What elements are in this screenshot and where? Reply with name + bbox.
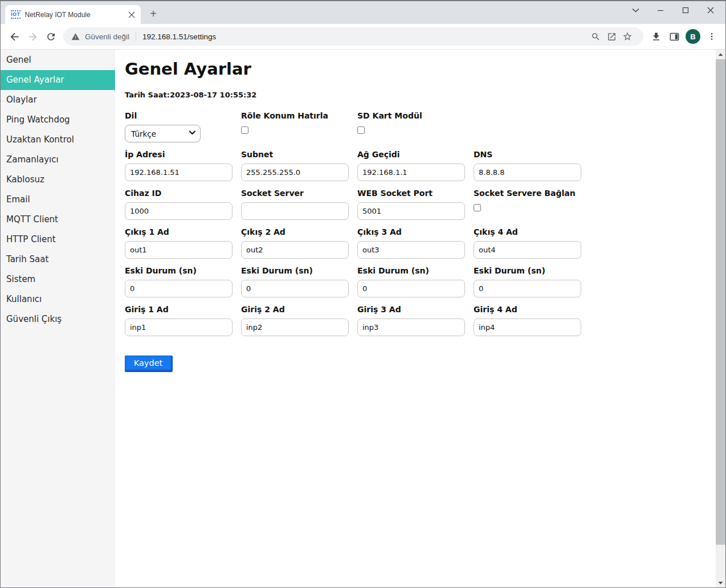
settings-form: Dil Türkçe Röle Konum Hatırla SD bbox=[125, 111, 716, 372]
cikis1-input[interactable] bbox=[125, 241, 233, 259]
reload-icon[interactable] bbox=[42, 27, 60, 46]
sidebar-item-olaylar[interactable]: Olaylar bbox=[1, 90, 115, 110]
sidebar-item-zamanlayici[interactable]: Zamanlayıcı bbox=[1, 150, 115, 170]
field-role-konum-hatirla: Röle Konum Hatırla bbox=[241, 111, 357, 142]
cikis2-input[interactable] bbox=[241, 241, 349, 259]
tab-strip: IOT NetRelay IOT Module + bbox=[1, 1, 725, 24]
field-web-socket-port: WEB Socket Port bbox=[357, 189, 474, 220]
ip-adresi-label: İp Adresi bbox=[125, 150, 241, 159]
eski-durum3-label: Eski Durum (sn) bbox=[357, 266, 474, 275]
security-label[interactable]: Güvenli değil bbox=[85, 32, 129, 41]
browser-tab[interactable]: IOT NetRelay IOT Module bbox=[5, 5, 141, 24]
socket-server-input[interactable] bbox=[241, 202, 349, 220]
field-ip-adresi: İp Adresi bbox=[125, 150, 241, 181]
omnibox-divider bbox=[136, 32, 136, 41]
share-icon[interactable] bbox=[603, 28, 619, 44]
cikis3-input[interactable] bbox=[357, 241, 465, 259]
giris2-label: Giriş 2 Ad bbox=[241, 305, 357, 314]
sidebar-item-ping-watchdog[interactable]: Ping Watchdog bbox=[1, 110, 115, 130]
sd-kart-label: SD Kart Modül bbox=[357, 111, 474, 120]
scrollbar-thumb[interactable] bbox=[716, 59, 725, 545]
web-socket-port-label: WEB Socket Port bbox=[357, 189, 474, 198]
main-content: Genel Ayarlar Tarih Saat:2023-08-17 10:5… bbox=[115, 50, 716, 587]
field-ag-gecidi: Ağ Geçidi bbox=[357, 150, 474, 181]
sidebar-item-kablosuz[interactable]: Kablosuz bbox=[1, 170, 115, 190]
role-konum-checkbox[interactable] bbox=[241, 126, 248, 134]
dil-select[interactable]: Türkçe bbox=[125, 125, 201, 142]
sidebar-item-tarih-saat[interactable]: Tarih Saat bbox=[1, 250, 115, 270]
field-giris3: Giriş 3 Ad bbox=[357, 305, 474, 336]
not-secure-warning-icon[interactable] bbox=[71, 32, 80, 41]
download-icon[interactable] bbox=[647, 27, 665, 46]
eski-durum1-input[interactable] bbox=[125, 280, 233, 297]
sidebar-item-email[interactable]: Email bbox=[1, 190, 115, 210]
dil-label: Dil bbox=[125, 111, 241, 120]
sidebar-item-sistem[interactable]: Sistem bbox=[1, 270, 115, 289]
eski-durum4-input[interactable] bbox=[474, 280, 581, 297]
socket-baglan-checkbox[interactable] bbox=[474, 204, 481, 211]
side-panel-icon[interactable] bbox=[665, 27, 683, 46]
save-button[interactable]: Kaydet bbox=[125, 356, 173, 372]
sidebar-item-genel-ayarlar[interactable]: Genel Ayarlar bbox=[1, 70, 115, 90]
giris1-input[interactable] bbox=[125, 318, 233, 336]
scroll-up-icon[interactable] bbox=[716, 50, 725, 59]
sidebar-item-mqtt-client[interactable]: MQTT Client bbox=[1, 210, 115, 230]
back-icon[interactable] bbox=[5, 27, 23, 46]
sidebar-item-kullanici[interactable]: Kullanıcı bbox=[1, 289, 115, 309]
tab-title: NetRelay IOT Module bbox=[25, 11, 124, 19]
giris4-label: Giriş 4 Ad bbox=[474, 305, 590, 314]
datetime-label: Tarih Saat:2023-08-17 10:55:32 bbox=[125, 91, 716, 99]
web-socket-port-input[interactable] bbox=[357, 202, 465, 220]
field-eski-durum3: Eski Durum (sn) bbox=[357, 266, 474, 297]
field-cihaz-id: Cihaz ID bbox=[125, 189, 241, 220]
forward-icon[interactable] bbox=[23, 27, 42, 46]
sidebar-item-genel[interactable]: Genel bbox=[1, 50, 115, 70]
cikis2-label: Çıkış 2 Ad bbox=[241, 227, 357, 236]
bookmark-star-icon[interactable] bbox=[619, 28, 635, 44]
tab-close-icon[interactable] bbox=[127, 10, 136, 19]
subnet-input[interactable] bbox=[241, 164, 349, 181]
giris4-input[interactable] bbox=[474, 318, 581, 336]
field-dns: DNS bbox=[474, 150, 590, 181]
maximize-button[interactable] bbox=[673, 2, 698, 19]
field-eski-durum2: Eski Durum (sn) bbox=[241, 266, 357, 297]
minimize-button[interactable] bbox=[648, 2, 673, 19]
field-cikis4: Çıkış 4 Ad bbox=[474, 227, 590, 259]
scroll-down-icon[interactable] bbox=[716, 578, 725, 587]
window-controls bbox=[623, 1, 723, 19]
address-bar[interactable]: Güvenli değil 192.168.1.51/settings bbox=[63, 27, 643, 46]
url-text[interactable]: 192.168.1.51/settings bbox=[142, 32, 216, 41]
menu-dots-icon[interactable] bbox=[703, 27, 721, 46]
profile-avatar[interactable]: B bbox=[686, 29, 700, 44]
form-row-3: Cihaz ID Socket Server WEB Socket Port S… bbox=[125, 189, 716, 220]
eski-durum1-label: Eski Durum (sn) bbox=[125, 266, 241, 275]
form-row-4: Çıkış 1 Ad Çıkış 2 Ad Çıkış 3 Ad Çıkış 4… bbox=[125, 227, 716, 259]
tab-search-chevron-icon[interactable] bbox=[623, 2, 648, 19]
field-cikis2: Çıkış 2 Ad bbox=[241, 227, 357, 259]
new-tab-button[interactable]: + bbox=[145, 6, 161, 22]
giris3-input[interactable] bbox=[357, 318, 465, 336]
page-scrollbar[interactable] bbox=[716, 50, 725, 587]
search-icon[interactable] bbox=[588, 28, 603, 44]
sidebar-item-uzaktan-kontrol[interactable]: Uzaktan Kontrol bbox=[1, 130, 115, 150]
cikis4-input[interactable] bbox=[474, 241, 581, 259]
sd-kart-checkbox[interactable] bbox=[357, 126, 365, 134]
sidebar-item-http-client[interactable]: HTTP Client bbox=[1, 230, 115, 250]
sidebar-item-guvenli-cikis[interactable]: Güvenli Çıkış bbox=[1, 309, 115, 329]
close-window-button[interactable] bbox=[698, 2, 723, 19]
socket-baglan-label: Socket Servere Bağlan bbox=[474, 189, 590, 198]
cikis4-label: Çıkış 4 Ad bbox=[474, 227, 590, 236]
field-subnet: Subnet bbox=[241, 150, 357, 181]
form-row-5: Eski Durum (sn) Eski Durum (sn) Eski Dur… bbox=[125, 266, 716, 297]
cihaz-id-input[interactable] bbox=[125, 202, 233, 220]
ag-gecidi-input[interactable] bbox=[357, 164, 465, 181]
sidebar-nav: Genel Genel Ayarlar Olaylar Ping Watchdo… bbox=[1, 50, 115, 587]
form-row-1: Dil Türkçe Röle Konum Hatırla SD bbox=[125, 111, 716, 142]
dns-input[interactable] bbox=[474, 164, 581, 181]
eski-durum2-label: Eski Durum (sn) bbox=[241, 266, 357, 275]
ip-adresi-input[interactable] bbox=[125, 164, 233, 181]
eski-durum3-input[interactable] bbox=[357, 280, 465, 297]
giris2-input[interactable] bbox=[241, 318, 349, 336]
cikis3-label: Çıkış 3 Ad bbox=[357, 227, 474, 236]
eski-durum2-input[interactable] bbox=[241, 280, 349, 297]
